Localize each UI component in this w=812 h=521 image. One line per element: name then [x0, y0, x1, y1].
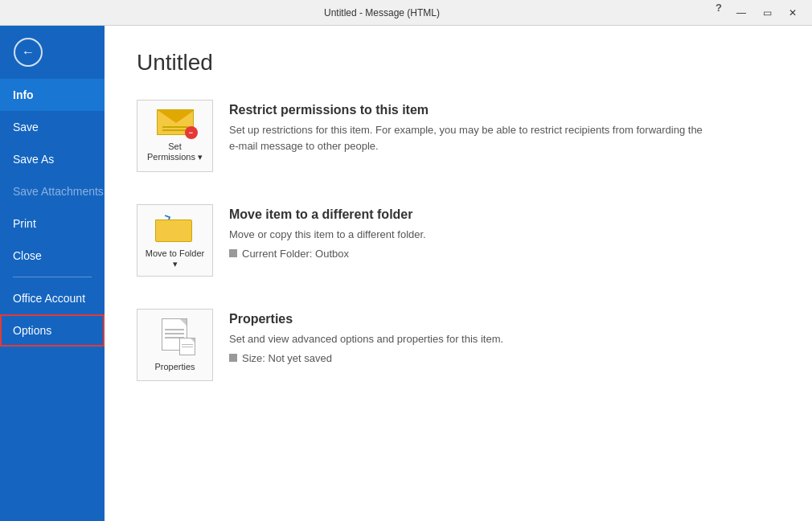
sidebar-nav: Info Save Save As Save Attachments Print…	[0, 79, 105, 521]
move-folder-meta: Current Folder: Outbox	[229, 248, 780, 260]
sidebar-item-info[interactable]: Info	[0, 79, 105, 111]
folder-meta-icon	[229, 249, 237, 257]
properties-button[interactable]: Properties	[137, 309, 213, 381]
main-layout: ← Info Save Save As Save Attachments Pri…	[0, 26, 812, 521]
size-value: Not yet saved	[269, 352, 333, 364]
sidebar-item-options[interactable]: Options	[0, 314, 105, 347]
permissions-desc: Set up restrictions for this item. For e…	[229, 122, 712, 154]
window-controls: ? — ▭ ✕	[709, 2, 806, 24]
move-folder-desc: Move or copy this item to a different fo…	[229, 227, 712, 243]
current-folder-value: Outbox	[315, 248, 349, 260]
sidebar-item-save-as[interactable]: Save As	[0, 143, 105, 175]
sidebar-item-save-attachments: Save Attachments	[0, 175, 105, 207]
move-folder-card: ↴ Move to Folder ▾ Move item to a differ…	[137, 204, 780, 293]
permissions-info: Restrict permissions to this item Set up…	[229, 100, 780, 154]
permissions-card: − Set Permissions ▾ Restrict permissions…	[137, 100, 780, 188]
permissions-icon-label: Set Permissions ▾	[144, 142, 206, 162]
sidebar-divider	[13, 277, 92, 277]
content-area: Untitled −	[105, 26, 812, 521]
sidebar: ← Info Save Save As Save Attachments Pri…	[0, 26, 105, 521]
properties-desc: Set and view advanced options and proper…	[229, 331, 712, 347]
properties-meta: Size: Not yet saved	[229, 352, 780, 364]
restore-button[interactable]: ▭	[754, 2, 780, 24]
props-meta-icon	[229, 354, 237, 362]
back-arrow-icon: ←	[14, 38, 43, 67]
sidebar-item-print[interactable]: Print	[0, 207, 105, 240]
properties-icon-label: Properties	[154, 362, 195, 372]
sidebar-item-office-account[interactable]: Office Account	[0, 282, 105, 314]
minimize-button[interactable]: —	[728, 2, 754, 24]
close-window-button[interactable]: ✕	[780, 2, 806, 24]
back-button[interactable]: ←	[8, 32, 48, 72]
permissions-title: Restrict permissions to this item	[229, 103, 780, 117]
properties-info: Properties Set and view advanced options…	[229, 309, 780, 364]
set-permissions-button[interactable]: − Set Permissions ▾	[137, 100, 213, 172]
move-folder-icon-label: Move to Folder ▾	[144, 248, 206, 269]
titlebar: Untitled - Message (HTML) ? — ▭ ✕	[0, 0, 812, 26]
size-label: Size:	[242, 352, 265, 364]
move-to-folder-button[interactable]: ↴ Move to Folder ▾	[137, 204, 213, 277]
properties-title: Properties	[229, 312, 780, 326]
help-button[interactable]: ?	[709, 2, 728, 24]
sidebar-item-save[interactable]: Save	[0, 111, 105, 143]
page-title: Untitled	[137, 50, 780, 76]
move-folder-title: Move item to a different folder	[229, 207, 780, 222]
properties-card: Properties Properties Set and view advan…	[137, 309, 780, 397]
move-folder-info: Move item to a different folder Move or …	[229, 204, 780, 260]
sidebar-item-close[interactable]: Close	[0, 240, 105, 272]
window-title: Untitled - Message (HTML)	[55, 7, 709, 18]
current-folder-label: Current Folder:	[242, 248, 312, 260]
